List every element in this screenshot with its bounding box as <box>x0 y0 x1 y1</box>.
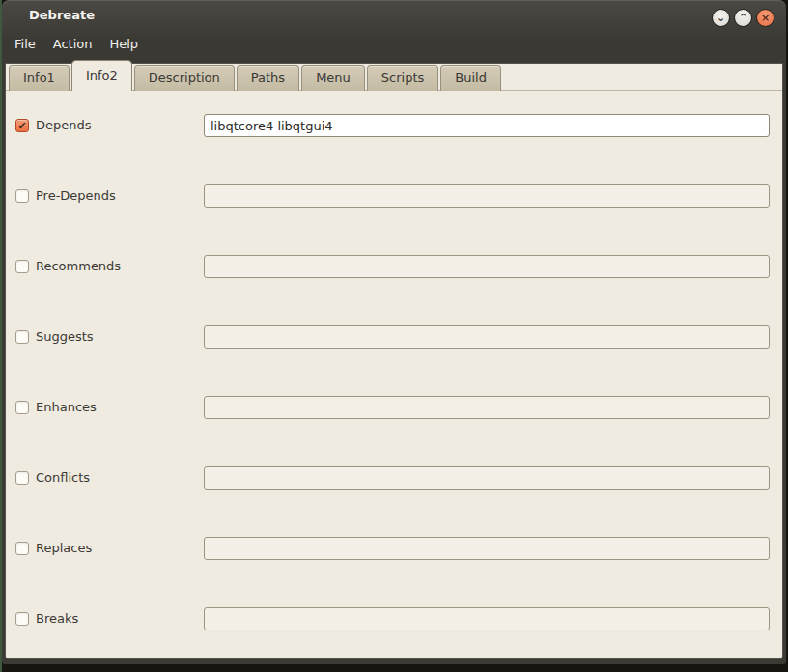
minimize-icon: ⌄ <box>717 12 725 24</box>
checkmark-icon: ✔ <box>17 120 26 132</box>
tab-description[interactable]: Description <box>134 65 235 91</box>
recommends-input[interactable] <box>204 255 770 278</box>
pre-depends-input[interactable] <box>204 184 770 208</box>
tab-label: Build <box>455 70 487 85</box>
tab-label: Menu <box>316 70 351 85</box>
menu-action[interactable]: Action <box>44 34 101 54</box>
pre-depends-checkbox[interactable] <box>15 189 29 203</box>
form-row-breaks: Breaks <box>6 607 782 630</box>
maximize-button[interactable]: ⌃ <box>734 9 752 27</box>
replaces-label: Replaces <box>36 537 92 560</box>
suggests-input[interactable] <box>204 325 770 349</box>
enhances-label: Enhances <box>36 396 97 419</box>
tab-bar: Info1 Info2 Description Paths Menu Scrip… <box>9 60 503 91</box>
close-button[interactable]: × <box>756 9 774 27</box>
conflicts-label: Conflicts <box>36 466 90 490</box>
window-controls: ⌄ ⌃ × <box>712 9 774 27</box>
tab-label: Info1 <box>23 70 55 85</box>
window-title: Debreate <box>29 8 95 22</box>
depends-label: Depends <box>36 114 92 137</box>
tab-info2[interactable]: Info2 <box>71 60 132 91</box>
recommends-label: Recommends <box>36 255 121 278</box>
depends-checkbox[interactable]: ✔ <box>15 119 29 132</box>
tab-build[interactable]: Build <box>440 65 501 91</box>
form-row-replaces: Replaces <box>6 537 782 560</box>
form-row-conflicts: Conflicts <box>6 466 782 490</box>
tab-label: Paths <box>251 70 285 85</box>
titlebar[interactable]: Debreate ⌄ ⌃ × <box>2 0 786 32</box>
menubar: File Action Help <box>6 32 147 55</box>
recommends-checkbox[interactable] <box>15 260 29 273</box>
form-row-pre-depends: Pre-Depends <box>6 184 782 208</box>
form-row-suggests: Suggests <box>6 325 782 349</box>
tab-paths[interactable]: Paths <box>237 65 299 91</box>
enhances-input[interactable] <box>204 396 770 419</box>
pre-depends-label: Pre-Depends <box>36 184 116 208</box>
breaks-input[interactable] <box>204 607 770 630</box>
tab-label: Scripts <box>381 70 424 85</box>
tab-menu[interactable]: Menu <box>301 65 365 91</box>
replaces-input[interactable] <box>204 537 770 560</box>
suggests-label: Suggests <box>36 325 94 349</box>
form-row-recommends: Recommends <box>6 255 782 278</box>
conflicts-checkbox[interactable] <box>15 471 29 485</box>
notebook-panel: ✔ Depends Pre-Depends Recommends Suggest… <box>6 64 782 658</box>
breaks-checkbox[interactable] <box>15 612 29 626</box>
suggests-checkbox[interactable] <box>15 330 29 344</box>
form-row-enhances: Enhances <box>6 396 782 419</box>
enhances-checkbox[interactable] <box>15 401 29 414</box>
conflicts-input[interactable] <box>204 466 770 490</box>
close-icon: × <box>761 12 770 24</box>
replaces-checkbox[interactable] <box>15 542 29 555</box>
maximize-icon: ⌃ <box>739 12 747 24</box>
tab-label: Description <box>149 70 220 85</box>
tab-label: Info2 <box>86 69 118 83</box>
app-window: Debreate ⌄ ⌃ × File Action Help ✔ Depend… <box>2 0 786 664</box>
depends-input[interactable] <box>204 114 770 137</box>
menu-file[interactable]: File <box>6 34 44 54</box>
form-row-depends: ✔ Depends <box>6 114 782 137</box>
tab-scripts[interactable]: Scripts <box>367 65 438 91</box>
menu-help[interactable]: Help <box>100 34 147 54</box>
breaks-label: Breaks <box>36 607 78 630</box>
minimize-button[interactable]: ⌄ <box>712 9 730 27</box>
tab-info1[interactable]: Info1 <box>9 65 70 91</box>
